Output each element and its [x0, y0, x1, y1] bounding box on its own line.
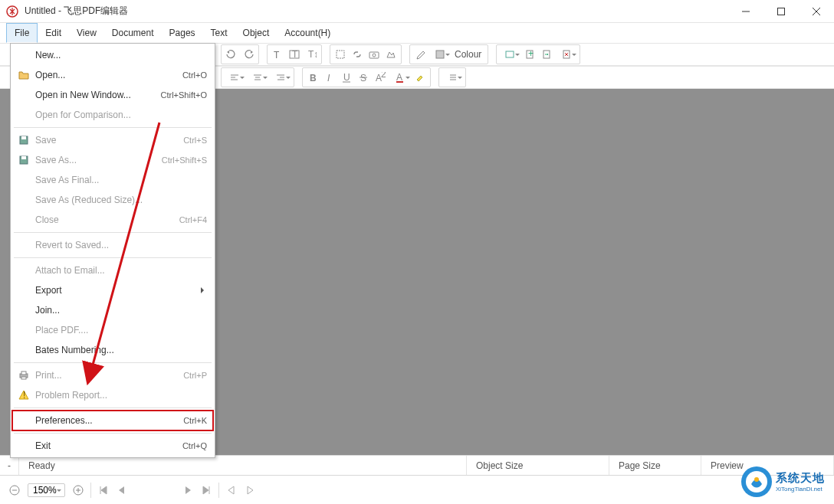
crop-icon[interactable]: [332, 46, 349, 63]
menu-item-preferences[interactable]: Preferences...Ctrl+K: [12, 411, 213, 430]
menu-item-label: New...: [35, 50, 207, 61]
watermark-text-cn: 系统天地: [776, 471, 825, 486]
highlight-icon[interactable]: [412, 69, 428, 86]
svg-text:U: U: [343, 72, 350, 83]
menu-item-label: Open...: [35, 70, 182, 80]
menu-item-open-in-new-window[interactable]: Open in New Window...Ctrl+Shift+O: [12, 85, 213, 105]
svg-rect-43: [21, 136, 26, 139]
page-add-icon[interactable]: +: [521, 46, 538, 63]
svg-rect-10: [369, 52, 379, 58]
status-page-size: Page Size: [609, 456, 701, 475]
menu-pages[interactable]: Pages: [162, 23, 203, 43]
prev-page-icon[interactable]: [113, 482, 130, 499]
menu-item-open-for-comparison: Open for Comparison...: [12, 105, 213, 125]
rotate-left-icon[interactable]: [223, 46, 240, 63]
toolbar-group-rotate: [221, 44, 259, 64]
svg-text:!: !: [23, 390, 25, 401]
save-icon: [18, 135, 35, 146]
menu-item-shortcut: Ctrl+Shift+O: [160, 90, 207, 100]
zoom-out-icon[interactable]: [6, 482, 23, 499]
menu-item-exit[interactable]: ExitCtrl+Q: [12, 436, 213, 456]
toolbar-group-stamp: +: [496, 44, 580, 64]
menu-item-shortcut: Ctrl+S: [183, 136, 207, 145]
minimize-button[interactable]: [728, 0, 763, 23]
line-spacing-icon[interactable]: [441, 69, 464, 86]
toolbar-group-list: [438, 67, 466, 87]
menu-item-place-pdf: Place PDF....: [12, 320, 213, 340]
menu-item-open[interactable]: Open...Ctrl+O: [12, 65, 213, 85]
svg-text:T: T: [292, 49, 298, 60]
menu-item-shortcut: Ctrl+Q: [182, 441, 207, 450]
status-ready: Ready: [19, 456, 467, 475]
menu-document[interactable]: Document: [104, 23, 162, 43]
menu-item-label: Attach to Email...: [35, 265, 207, 276]
close-button[interactable]: [799, 0, 834, 23]
menu-item-new[interactable]: New...: [12, 45, 213, 65]
first-page-icon[interactable]: [95, 482, 112, 499]
svg-rect-2: [778, 8, 785, 15]
menu-item-shortcut: Ctrl+P: [183, 371, 207, 380]
menu-item-join[interactable]: Join...: [12, 300, 213, 320]
menu-item-label: Save As (Reduced Size)...: [35, 195, 207, 205]
align-center-icon[interactable]: [246, 69, 269, 86]
svg-text:+: +: [528, 49, 534, 59]
menu-item-label: Revert to Saved...: [35, 240, 207, 250]
next-view-icon[interactable]: [241, 482, 258, 499]
menu-account[interactable]: Account(H): [277, 23, 338, 43]
menu-item-print: Print...Ctrl+P: [12, 365, 213, 385]
italic-icon[interactable]: I: [321, 69, 338, 86]
menu-item-label: Join...: [35, 305, 207, 316]
align-right-icon[interactable]: [269, 69, 292, 86]
menu-item-save-as-final: Save As Final...: [12, 170, 213, 190]
svg-text:T: T: [274, 50, 280, 60]
page-remove-icon[interactable]: [555, 46, 578, 63]
menu-edit[interactable]: Edit: [38, 23, 69, 43]
menu-view[interactable]: View: [69, 23, 104, 43]
text-tool-icon[interactable]: T: [269, 46, 286, 63]
superscript-icon[interactable]: A2: [372, 69, 389, 86]
text-box-icon[interactable]: T: [286, 46, 303, 63]
svg-point-11: [373, 54, 376, 57]
shape-icon[interactable]: [383, 46, 399, 63]
menu-item-shortcut: Ctrl+Shift+S: [162, 155, 207, 165]
menu-object[interactable]: Object: [235, 23, 277, 43]
watermark-icon: [740, 466, 773, 498]
camera-icon[interactable]: [366, 46, 383, 63]
menu-item-bates-numbering[interactable]: Bates Numbering...: [12, 340, 213, 360]
eyedropper-icon[interactable]: [412, 46, 428, 63]
link-icon[interactable]: [349, 46, 366, 63]
svg-text:2: 2: [381, 72, 386, 80]
last-page-icon[interactable]: [198, 482, 215, 499]
bold-icon[interactable]: B: [304, 69, 321, 86]
prev-view-icon[interactable]: [223, 482, 240, 499]
svg-text:T↕: T↕: [308, 49, 317, 60]
toolbar-group-colour: Colour: [409, 44, 488, 64]
menu-file[interactable]: File: [6, 23, 38, 43]
menu-item-label: Bates Numbering...: [35, 345, 207, 355]
fill-colour-icon[interactable]: [428, 46, 451, 63]
menu-item-save-as-reduced-size: Save As (Reduced Size)...: [12, 190, 213, 210]
menu-item-label: Export: [35, 285, 207, 296]
text-vertical-icon[interactable]: T↕: [303, 46, 320, 63]
underline-icon[interactable]: U: [338, 69, 355, 86]
titlebar: Untitled - 飞思PDF编辑器: [0, 0, 834, 23]
menu-item-label: Open for Comparison...: [35, 110, 207, 120]
strikethrough-icon[interactable]: S: [355, 69, 372, 86]
menubar: File Edit View Document Pages Text Objec…: [0, 23, 834, 43]
svg-rect-12: [436, 51, 444, 58]
stamp-icon[interactable]: [498, 46, 521, 63]
window-title: Untitled - 飞思PDF编辑器: [25, 5, 728, 18]
menu-item-label: Preferences...: [35, 415, 183, 426]
zoom-combo[interactable]: 150%: [28, 483, 65, 497]
menu-item-label: Problem Report...: [35, 390, 207, 401]
next-page-icon[interactable]: [179, 482, 196, 499]
align-left-icon[interactable]: [223, 69, 246, 86]
page-next-icon[interactable]: [538, 46, 555, 63]
maximize-button[interactable]: [763, 0, 799, 23]
menu-item-export[interactable]: Export: [12, 280, 213, 300]
rotate-right-icon[interactable]: [240, 46, 257, 63]
menu-text[interactable]: Text: [203, 23, 235, 43]
zoom-in-icon[interactable]: [70, 482, 87, 499]
font-colour-icon[interactable]: A: [389, 69, 412, 86]
menu-item-label: Save As Final...: [35, 175, 207, 185]
